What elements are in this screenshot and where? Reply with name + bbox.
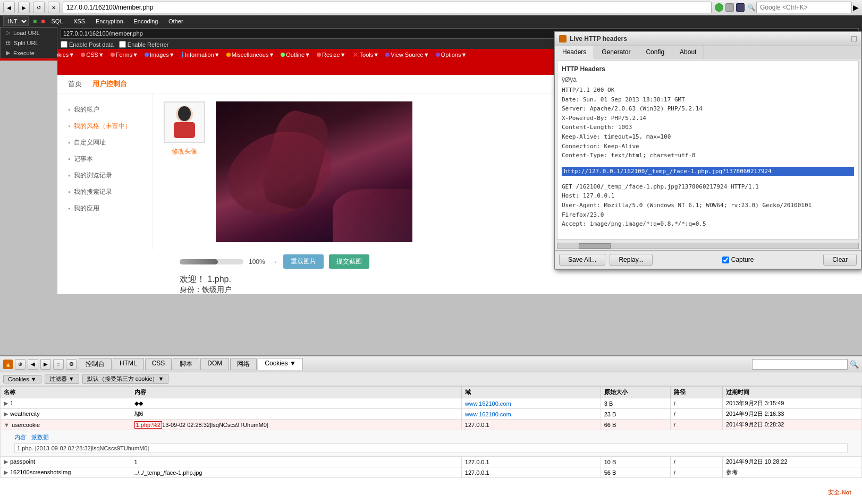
encoding-menu[interactable]: Encoding- <box>132 18 163 25</box>
encryption-menu[interactable]: Encryption- <box>94 18 128 25</box>
nav-panel[interactable]: 用户控制台 <box>92 79 127 89</box>
firebug-search-icon[interactable]: 🔍 <box>850 360 859 369</box>
firebug-inspect-button[interactable]: ⊕ <box>15 359 26 370</box>
load-url-button[interactable]: ▷ Load URL <box>1 28 57 38</box>
http-panel-titlebar: Live HTTP headers □ <box>555 32 861 46</box>
firebug-panel: 🔥 ⊕ ◀ ▶ ≡ ⚙ 控制台 HTML CSS 脚本 DOM 网络 Cooki… <box>0 355 862 504</box>
progress-percent: 100% <box>249 258 265 266</box>
avatar-section: 修改头像 <box>164 101 205 242</box>
default-cookie-button[interactable]: 默认（接受第三方 cookie）▼ <box>82 374 169 384</box>
nav-back-button[interactable]: ◀ <box>3 2 15 13</box>
detail-tab-source[interactable]: 派数据 <box>31 433 49 441</box>
detail-tab-content[interactable]: 内容 <box>14 433 26 441</box>
tab-about[interactable]: About <box>672 46 704 58</box>
cookie-expires-3: 2014年9月2日 0:28:32 <box>722 420 861 430</box>
int-select[interactable]: INT <box>3 16 29 26</box>
expand-5-icon[interactable]: ▶ <box>4 469 8 475</box>
firebug-search-input[interactable] <box>752 359 848 370</box>
menu-item-notes[interactable]: ● 记事本 <box>68 151 142 167</box>
http-title: HTTP Headers <box>562 65 854 73</box>
http-scrollbar[interactable] <box>557 243 859 249</box>
http-panel-maximize-icon[interactable]: □ <box>851 34 857 44</box>
tab-network[interactable]: 网络 <box>230 358 257 370</box>
firebug-options-button[interactable]: ⚙ <box>66 359 77 370</box>
webdev-misc[interactable]: Miscellaneous▼ <box>224 51 277 58</box>
http-line-2: Date: Sun, 01 Sep 2013 18:30:17 GMT <box>562 95 854 105</box>
menu-item-apps[interactable]: ● 我的应用 <box>68 200 142 217</box>
cookie-domain-2[interactable]: www.162100.com <box>465 411 511 417</box>
reload-image-button[interactable]: 重载图片 <box>283 254 324 269</box>
enable-post-checkbox[interactable] <box>61 41 67 48</box>
avatar-box <box>164 101 205 143</box>
search-label: 🔍 <box>748 4 755 11</box>
search-input[interactable] <box>756 2 852 13</box>
cookie-expires-2: 2014年9月2日 2:16:33 <box>722 409 861 420</box>
xss-menu[interactable]: XSS- <box>71 18 89 25</box>
capture-checkbox[interactable] <box>722 257 729 263</box>
webdev-options[interactable]: Options▼ <box>434 51 469 58</box>
tab-cookies[interactable]: Cookies ▼ <box>258 358 303 370</box>
tab-generator[interactable]: Generator <box>594 46 638 58</box>
webdev-css[interactable]: CSS▼ <box>79 51 106 58</box>
cookie-domain-1[interactable]: www.162100.com <box>465 400 511 407</box>
filter-button[interactable]: 过滤器 ▼ <box>45 374 79 384</box>
avatar-link[interactable]: 修改头像 <box>172 147 197 156</box>
webdev-images[interactable]: Images▼ <box>142 51 177 58</box>
webdev-outline[interactable]: Outline▼ <box>278 51 312 58</box>
bullet-icon5: ● <box>68 173 71 178</box>
menu-item-account[interactable]: ● 我的帐户 <box>68 101 142 118</box>
webdev-forms[interactable]: Forms▼ <box>108 51 140 58</box>
http-headers-panel: Live HTTP headers □ Headers Generator Co… <box>554 31 862 270</box>
tab-dom[interactable]: DOM <box>200 358 229 370</box>
svg-point-2 <box>178 106 191 121</box>
nav-stop-button[interactable]: ✕ <box>48 2 60 13</box>
cookie-name-2: weathercity <box>10 411 40 417</box>
nav-forward-button[interactable]: ▶ <box>18 2 30 13</box>
webdev-information[interactable]: ℹ Information▼ <box>179 50 222 59</box>
http-scrollbar-thumb[interactable] <box>579 243 611 249</box>
firebug-forward-button[interactable]: ▶ <box>40 359 51 370</box>
bullet-icon4: ● <box>68 157 71 161</box>
save-all-button[interactable]: Save All... <box>559 254 605 266</box>
other-menu[interactable]: Other- <box>166 18 187 25</box>
tab-css[interactable]: CSS <box>145 358 172 370</box>
cookie-path-4: / <box>670 457 722 467</box>
firebug-menu-button[interactable]: ≡ <box>53 359 64 370</box>
menu-item-url[interactable]: ● 自定义网址 <box>68 134 142 151</box>
webdev-tools[interactable]: ✕ Tools▼ <box>350 50 382 59</box>
sql-menu[interactable]: SQL- <box>49 18 67 25</box>
tab-headers[interactable]: Headers <box>555 46 594 58</box>
address-bar[interactable] <box>63 2 712 13</box>
expand-1-icon[interactable]: ▶ <box>4 400 8 406</box>
enable-referrer-checkbox[interactable] <box>119 41 126 48</box>
tab-config[interactable]: Config <box>638 46 672 58</box>
tab-html[interactable]: HTML <box>113 358 144 370</box>
expand-3-icon[interactable]: ▼ <box>4 422 10 428</box>
submit-screenshot-button[interactable]: 提交截图 <box>329 254 369 269</box>
nav-reload-button[interactable]: ↺ <box>33 2 45 13</box>
execute-button[interactable]: ▶ Execute <box>1 48 57 58</box>
menu-item-search[interactable]: ● 我的搜索记录 <box>68 184 142 200</box>
clear-button[interactable]: Clear <box>823 254 857 266</box>
tab-script[interactable]: 脚本 <box>173 358 199 370</box>
cookie-expires-1: 2013年9月2日 3:15:49 <box>722 398 861 409</box>
expand-2-icon[interactable]: ▶ <box>4 411 8 417</box>
webdev-viewsource[interactable]: View Source▼ <box>383 51 431 58</box>
split-url-button[interactable]: ⊞ Split URL <box>1 38 57 48</box>
enable-post-label[interactable]: Enable Post data <box>61 41 114 48</box>
webdev-resize[interactable]: Resize▼ <box>315 51 348 58</box>
resize-dot-icon <box>317 53 321 57</box>
http-line-3: Server: Apache/2.0.63 (Win32) PHP/5.2.14 <box>562 104 854 114</box>
enable-referrer-label[interactable]: Enable Referrer <box>119 41 169 48</box>
search-go-icon[interactable]: ▶ <box>853 3 859 12</box>
expand-4-icon[interactable]: ▶ <box>4 458 8 465</box>
menu-item-style[interactable]: ● 我的风格（丰富中） <box>68 118 142 134</box>
nav-home[interactable]: 首页 <box>68 79 82 89</box>
cookie-path-5: / <box>670 467 722 478</box>
cookies-subtab-button[interactable]: Cookies ▼ <box>3 375 41 383</box>
tab-console[interactable]: 控制台 <box>79 358 112 370</box>
menu-item-history[interactable]: ● 我的浏览记录 <box>68 167 142 184</box>
http-highlight-url[interactable]: http://127.0.0.1/162100/_temp_/face-1.ph… <box>562 167 854 176</box>
replay-button[interactable]: Replay... <box>610 254 652 266</box>
firebug-back-button[interactable]: ◀ <box>28 359 38 370</box>
